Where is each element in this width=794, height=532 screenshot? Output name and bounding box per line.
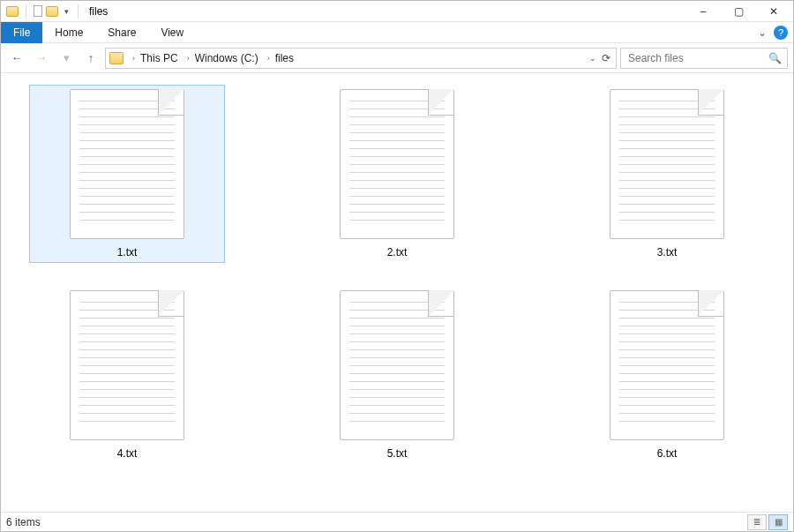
window-controls: – ▢ ✕	[685, 2, 791, 21]
text-file-icon	[610, 89, 724, 239]
file-label: 5.txt	[387, 447, 408, 460]
breadcrumb-label: files	[275, 52, 294, 64]
status-text: 6 items	[6, 516, 41, 528]
text-file-icon	[610, 290, 724, 440]
file-item[interactable]: 2.txt	[300, 86, 494, 262]
tab-share[interactable]: Share	[95, 22, 148, 43]
address-dropdown[interactable]: ⌄	[589, 54, 596, 63]
tab-file[interactable]: File	[1, 22, 42, 43]
ribbon-expand-button[interactable]: ⌄	[753, 23, 772, 42]
quick-access-toolbar: ▾	[6, 4, 82, 19]
folder-icon	[46, 6, 58, 17]
separator	[26, 4, 26, 19]
file-label: 3.txt	[657, 246, 678, 259]
document-icon	[34, 5, 42, 17]
chevron-right-icon: ›	[267, 54, 270, 63]
qat-dropdown[interactable]: ▾	[62, 7, 71, 16]
file-grid: 1.txt2.txt3.txt4.txt5.txt6.txt	[10, 86, 784, 463]
tab-home[interactable]: Home	[42, 22, 95, 43]
search-icon: 🔍	[768, 52, 782, 64]
file-label: 6.txt	[657, 447, 678, 460]
chevron-right-icon: ›	[187, 54, 190, 63]
breadcrumb-segment[interactable]: › files	[264, 49, 297, 68]
file-item[interactable]: 1.txt	[30, 86, 224, 262]
search-input[interactable]	[626, 51, 763, 65]
breadcrumb-segment[interactable]: › This PC	[129, 49, 182, 68]
file-item[interactable]: 3.txt	[570, 86, 764, 262]
titlebar: ▾ files – ▢ ✕	[1, 1, 793, 22]
text-file-icon	[70, 290, 184, 440]
maximize-button[interactable]: ▢	[721, 2, 756, 21]
breadcrumb-label: This PC	[140, 52, 178, 64]
file-label: 4.txt	[117, 447, 138, 460]
navigation-bar: ← → ▾ ↑ › This PC › Windows (C:) › files…	[1, 43, 793, 73]
folder-icon	[6, 6, 19, 17]
search-box[interactable]: 🔍	[620, 48, 788, 69]
text-file-icon	[70, 89, 184, 239]
address-bar[interactable]: › This PC › Windows (C:) › files ⌄ ⟳	[105, 48, 617, 69]
back-button[interactable]: ←	[6, 48, 27, 69]
text-file-icon	[340, 89, 454, 239]
up-button[interactable]: ↑	[80, 48, 101, 69]
file-label: 1.txt	[117, 246, 138, 259]
breadcrumb-segment[interactable]: › Windows (C:)	[184, 49, 262, 68]
folder-icon	[109, 52, 124, 64]
separator	[78, 4, 79, 19]
refresh-button[interactable]: ⟳	[602, 52, 610, 64]
help-button[interactable]: ?	[774, 26, 788, 40]
file-item[interactable]: 6.txt	[570, 287, 764, 463]
breadcrumb-label: Windows (C:)	[195, 52, 258, 64]
minimize-button[interactable]: –	[685, 2, 721, 21]
close-button[interactable]: ✕	[756, 2, 791, 21]
file-label: 2.txt	[387, 246, 408, 259]
file-item[interactable]: 4.txt	[30, 287, 224, 463]
text-file-icon	[340, 290, 454, 440]
window-title: files	[89, 5, 108, 18]
status-bar: 6 items ≣ ▦	[1, 512, 793, 531]
recent-locations-dropdown[interactable]: ▾	[56, 48, 77, 69]
chevron-right-icon: ›	[132, 54, 135, 63]
tab-view[interactable]: View	[148, 22, 196, 43]
content-area[interactable]: 1.txt2.txt3.txt4.txt5.txt6.txt	[1, 73, 793, 512]
ribbon-tabs: File Home Share View ⌄ ?	[1, 22, 793, 43]
view-large-icons-button[interactable]: ▦	[768, 514, 788, 530]
file-item[interactable]: 5.txt	[300, 287, 494, 463]
forward-button[interactable]: →	[31, 48, 52, 69]
view-details-button[interactable]: ≣	[747, 514, 767, 530]
